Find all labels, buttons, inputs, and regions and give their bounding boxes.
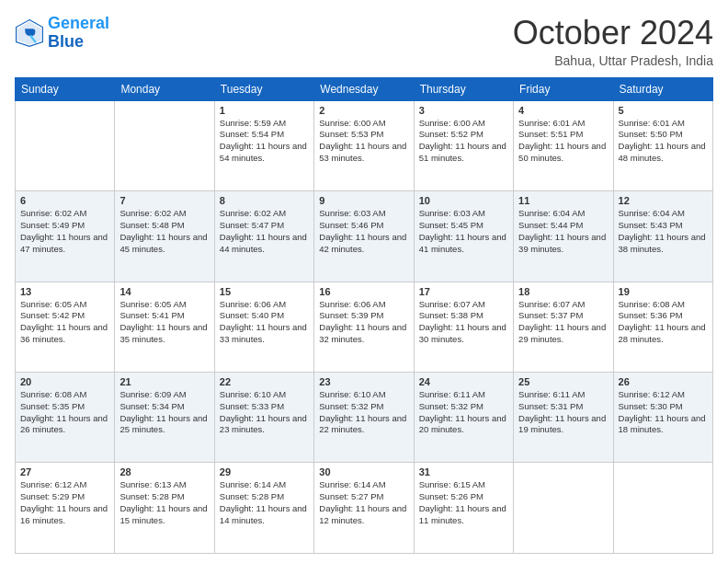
calendar-week-row: 27 Sunrise: 6:12 AM Sunset: 5:29 PM Dayl… [16, 463, 713, 554]
day-info: Sunrise: 6:14 AM Sunset: 5:28 PM Dayligh… [220, 479, 309, 526]
sunset-text: Sunset: 5:29 PM [20, 491, 85, 501]
daylight-text: Daylight: 11 hours and 19 minutes. [518, 413, 606, 435]
calendar-table: Sunday Monday Tuesday Wednesday Thursday… [15, 77, 713, 554]
day-info: Sunrise: 6:05 AM Sunset: 5:42 PM Dayligh… [20, 299, 109, 346]
daylight-text: Daylight: 11 hours and 18 minutes. [619, 413, 706, 435]
sunrise-text: Sunrise: 6:11 AM [518, 389, 585, 399]
sunrise-text: Sunrise: 6:05 AM [20, 299, 86, 309]
daylight-text: Daylight: 11 hours and 22 minutes. [319, 413, 406, 435]
sunrise-text: Sunrise: 6:14 AM [319, 479, 385, 489]
sunset-text: Sunset: 5:47 PM [220, 220, 284, 230]
daylight-text: Daylight: 11 hours and 42 minutes. [319, 232, 406, 254]
sunset-text: Sunset: 5:35 PM [20, 401, 85, 411]
daylight-text: Daylight: 11 hours and 36 minutes. [20, 322, 108, 344]
daylight-text: Daylight: 11 hours and 11 minutes. [419, 503, 506, 525]
logo-icon [15, 18, 44, 48]
table-row: 13 Sunrise: 6:05 AM Sunset: 5:42 PM Dayl… [16, 282, 115, 372]
table-row: 24 Sunrise: 6:11 AM Sunset: 5:32 PM Dayl… [414, 373, 513, 463]
calendar-week-row: 6 Sunrise: 6:02 AM Sunset: 5:49 PM Dayli… [16, 191, 713, 282]
day-number: 6 [20, 195, 109, 206]
day-info: Sunrise: 6:08 AM Sunset: 5:35 PM Dayligh… [20, 389, 109, 436]
day-number: 20 [20, 376, 109, 387]
logo-blue: Blue [48, 32, 84, 51]
sunrise-text: Sunrise: 6:06 AM [220, 299, 286, 309]
sunset-text: Sunset: 5:34 PM [119, 401, 184, 411]
table-row [115, 100, 214, 190]
table-row: 18 Sunrise: 6:07 AM Sunset: 5:37 PM Dayl… [514, 282, 613, 372]
table-row: 8 Sunrise: 6:02 AM Sunset: 5:47 PM Dayli… [214, 191, 313, 282]
table-row: 28 Sunrise: 6:13 AM Sunset: 5:28 PM Dayl… [115, 463, 214, 554]
calendar-header-row: Sunday Monday Tuesday Wednesday Thursday… [16, 77, 713, 100]
col-tuesday: Tuesday [214, 77, 313, 100]
daylight-text: Daylight: 11 hours and 51 minutes. [419, 141, 506, 163]
day-number: 25 [518, 376, 608, 387]
daylight-text: Daylight: 11 hours and 29 minutes. [518, 322, 606, 344]
day-info: Sunrise: 6:04 AM Sunset: 5:43 PM Dayligh… [619, 208, 708, 255]
table-row: 17 Sunrise: 6:07 AM Sunset: 5:38 PM Dayl… [414, 282, 513, 372]
day-info: Sunrise: 6:00 AM Sunset: 5:53 PM Dayligh… [319, 118, 408, 165]
day-info: Sunrise: 6:10 AM Sunset: 5:32 PM Dayligh… [319, 389, 408, 436]
day-info: Sunrise: 6:11 AM Sunset: 5:32 PM Dayligh… [419, 389, 508, 436]
table-row: 20 Sunrise: 6:08 AM Sunset: 5:35 PM Dayl… [16, 373, 115, 463]
sunrise-text: Sunrise: 6:02 AM [20, 208, 86, 218]
logo-text: General Blue [48, 15, 109, 52]
table-row: 3 Sunrise: 6:00 AM Sunset: 5:52 PM Dayli… [414, 100, 513, 190]
sunrise-text: Sunrise: 6:12 AM [619, 389, 685, 399]
day-info: Sunrise: 6:03 AM Sunset: 5:45 PM Dayligh… [419, 208, 508, 255]
daylight-text: Daylight: 11 hours and 26 minutes. [20, 413, 108, 435]
day-number: 17 [419, 286, 508, 297]
table-row: 19 Sunrise: 6:08 AM Sunset: 5:36 PM Dayl… [613, 282, 712, 372]
daylight-text: Daylight: 11 hours and 47 minutes. [20, 232, 108, 254]
daylight-text: Daylight: 11 hours and 12 minutes. [319, 503, 406, 525]
day-info: Sunrise: 6:03 AM Sunset: 5:46 PM Dayligh… [319, 208, 408, 255]
day-number: 24 [419, 376, 508, 387]
day-number: 26 [619, 376, 708, 387]
day-info: Sunrise: 6:05 AM Sunset: 5:41 PM Dayligh… [119, 299, 209, 346]
sunset-text: Sunset: 5:53 PM [319, 129, 383, 139]
table-row: 27 Sunrise: 6:12 AM Sunset: 5:29 PM Dayl… [16, 463, 115, 554]
sunset-text: Sunset: 5:32 PM [319, 401, 383, 411]
day-number: 31 [419, 466, 508, 477]
table-row: 12 Sunrise: 6:04 AM Sunset: 5:43 PM Dayl… [613, 191, 712, 282]
sunrise-text: Sunrise: 6:03 AM [319, 208, 385, 218]
table-row: 16 Sunrise: 6:06 AM Sunset: 5:39 PM Dayl… [314, 282, 414, 372]
table-row: 14 Sunrise: 6:05 AM Sunset: 5:41 PM Dayl… [115, 282, 214, 372]
day-number: 28 [119, 466, 209, 477]
day-info: Sunrise: 6:11 AM Sunset: 5:31 PM Dayligh… [518, 389, 608, 436]
day-info: Sunrise: 6:06 AM Sunset: 5:40 PM Dayligh… [220, 299, 309, 346]
day-number: 13 [20, 286, 109, 297]
day-number: 15 [220, 286, 309, 297]
sunrise-text: Sunrise: 6:02 AM [119, 208, 186, 218]
daylight-text: Daylight: 11 hours and 53 minutes. [319, 141, 406, 163]
sunset-text: Sunset: 5:46 PM [319, 220, 383, 230]
sunset-text: Sunset: 5:39 PM [319, 310, 383, 320]
sunset-text: Sunset: 5:45 PM [419, 220, 483, 230]
sunrise-text: Sunrise: 6:04 AM [619, 208, 685, 218]
sunrise-text: Sunrise: 6:07 AM [518, 299, 585, 309]
day-number: 16 [319, 286, 408, 297]
day-info: Sunrise: 6:10 AM Sunset: 5:33 PM Dayligh… [220, 389, 309, 436]
day-number: 3 [419, 105, 508, 116]
sunrise-text: Sunrise: 6:04 AM [518, 208, 585, 218]
table-row: 4 Sunrise: 6:01 AM Sunset: 5:51 PM Dayli… [514, 100, 613, 190]
sunset-text: Sunset: 5:49 PM [20, 220, 85, 230]
day-info: Sunrise: 6:00 AM Sunset: 5:52 PM Dayligh… [419, 118, 508, 165]
page: General Blue October 2024 Bahua, Uttar P… [0, 0, 728, 563]
sunset-text: Sunset: 5:50 PM [619, 129, 683, 139]
sunset-text: Sunset: 5:48 PM [119, 220, 184, 230]
day-info: Sunrise: 6:01 AM Sunset: 5:51 PM Dayligh… [518, 118, 608, 165]
sunrise-text: Sunrise: 6:12 AM [20, 479, 86, 489]
day-info: Sunrise: 6:12 AM Sunset: 5:29 PM Dayligh… [20, 479, 109, 526]
daylight-text: Daylight: 11 hours and 44 minutes. [220, 232, 307, 254]
day-number: 2 [319, 105, 408, 116]
col-friday: Friday [514, 77, 613, 100]
sunset-text: Sunset: 5:27 PM [319, 491, 383, 501]
table-row [16, 100, 115, 190]
month-title: October 2024 [513, 15, 713, 52]
day-info: Sunrise: 6:07 AM Sunset: 5:38 PM Dayligh… [419, 299, 508, 346]
col-monday: Monday [115, 77, 214, 100]
sunset-text: Sunset: 5:40 PM [220, 310, 284, 320]
table-row: 2 Sunrise: 6:00 AM Sunset: 5:53 PM Dayli… [314, 100, 414, 190]
day-number: 9 [319, 195, 408, 206]
day-info: Sunrise: 6:02 AM Sunset: 5:49 PM Dayligh… [20, 208, 109, 255]
